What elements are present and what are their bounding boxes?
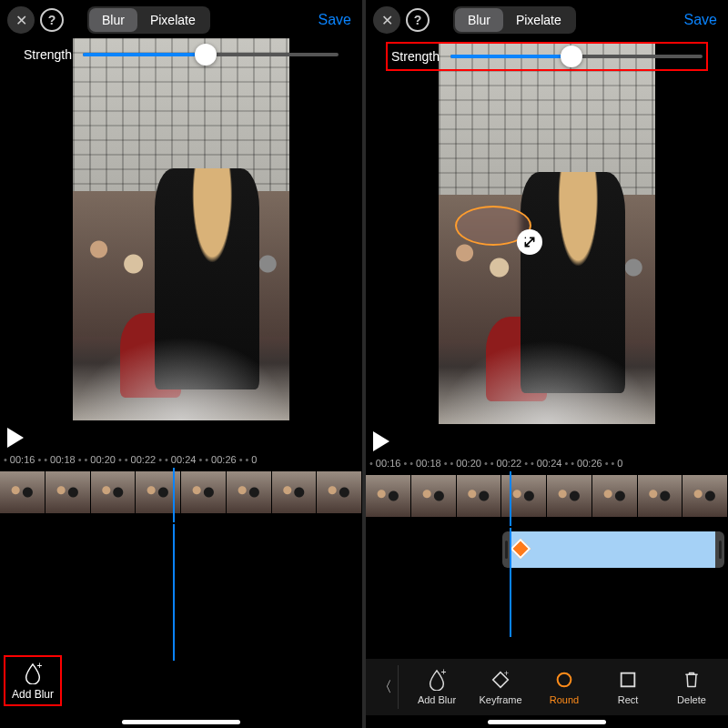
thumb[interactable] [638, 475, 683, 517]
trash-icon [682, 670, 701, 690]
thumb[interactable] [366, 475, 411, 517]
playhead-lower [173, 524, 175, 661]
thumb[interactable] [317, 471, 362, 513]
help-icon[interactable]: ? [40, 8, 64, 32]
thumb[interactable] [91, 471, 136, 513]
blur-toolbar: 〈 + Add Blur + Keyframe [366, 659, 728, 715]
thumb[interactable] [0, 471, 46, 513]
resize-handle-icon[interactable] [517, 229, 542, 255]
thumb[interactable] [181, 471, 227, 513]
topbar: ✕ ? Blur Pixelate Save [366, 0, 728, 40]
tool-label: Keyframe [479, 694, 521, 705]
tool-label: Add Blur [418, 694, 456, 705]
play-icon[interactable] [373, 431, 389, 451]
svg-text:+: + [37, 662, 43, 671]
screen-right: ✕ ? Blur Pixelate Save Strength [366, 0, 728, 728]
round-icon [554, 670, 574, 690]
timeline-thumbnails[interactable] [0, 471, 362, 513]
svg-text:+: + [504, 670, 509, 678]
effect-type-segment: Blur Pixelate [453, 6, 576, 34]
rect-icon [618, 670, 638, 690]
play-icon[interactable] [7, 428, 24, 448]
slider-thumb[interactable] [195, 44, 217, 66]
strength-slider[interactable] [450, 55, 703, 58]
tool-round[interactable]: Round [533, 669, 595, 705]
time-ticks: •00:16 ••00:18 ••00:20 ••00:22 ••00:24 •… [366, 453, 728, 473]
tab-pixelate[interactable]: Pixelate [503, 8, 574, 32]
tool-label: Delete [677, 694, 706, 705]
time-ticks: •00:16 ••00:18 ••00:20 ••00:22 ••00:24 •… [0, 450, 362, 470]
tab-blur[interactable]: Blur [455, 8, 503, 32]
blur-clip-track[interactable] [502, 531, 724, 568]
playhead[interactable] [173, 468, 175, 522]
thumb[interactable] [682, 475, 728, 517]
video-preview[interactable] [0, 67, 362, 450]
add-blur-button[interactable]: + Add Blur [4, 655, 62, 706]
svg-text:+: + [441, 669, 447, 677]
bottom-area: 〈 + Add Blur + Keyframe [366, 528, 728, 728]
tool-delete[interactable]: Delete [661, 669, 723, 705]
tab-pixelate[interactable]: Pixelate [137, 8, 208, 32]
tab-blur[interactable]: Blur [89, 8, 137, 32]
timeline[interactable]: •00:16 ••00:18 ••00:20 ••00:22 ••00:24 •… [0, 450, 362, 524]
timeline-thumbnails[interactable] [366, 475, 728, 517]
thumb[interactable] [457, 475, 502, 517]
screen-left: ✕ ? Blur Pixelate Save Strength [0, 0, 362, 728]
add-blur-label: Add Blur [12, 688, 54, 701]
blur-clip[interactable] [502, 531, 724, 568]
thumb[interactable] [501, 475, 547, 517]
keyframe-diamond-icon[interactable] [511, 539, 531, 560]
preview-scene [73, 38, 289, 420]
blur-drop-icon: + [23, 662, 43, 684]
strength-label: Strength [391, 49, 440, 64]
thumb[interactable] [227, 471, 272, 513]
effect-type-segment: Blur Pixelate [87, 6, 210, 34]
thumb[interactable] [46, 471, 91, 513]
blur-drop-icon: + [427, 669, 447, 691]
topbar: ✕ ? Blur Pixelate Save [0, 0, 362, 40]
thumb[interactable] [272, 471, 318, 513]
playhead-lower [510, 528, 511, 637]
help-icon[interactable]: ? [406, 8, 430, 32]
strength-label: Strength [24, 47, 72, 62]
back-chevron-icon[interactable]: 〈 [371, 665, 399, 709]
save-button[interactable]: Save [684, 12, 721, 28]
thumb[interactable] [547, 475, 592, 517]
tool-keyframe[interactable]: + Keyframe [470, 669, 531, 705]
thumb[interactable] [592, 475, 638, 517]
keyframe-icon: + [490, 670, 511, 690]
bottom-area: + Add Blur [0, 524, 362, 728]
svg-point-3 [558, 673, 571, 687]
video-preview[interactable] [366, 71, 728, 453]
thumb[interactable] [411, 475, 457, 517]
slider-thumb[interactable] [561, 46, 582, 67]
close-icon[interactable]: ✕ [7, 6, 35, 34]
tool-rect[interactable]: Rect [597, 669, 659, 705]
strength-row: Strength [366, 42, 728, 71]
strength-row: Strength [0, 42, 362, 67]
home-indicator [122, 720, 240, 724]
blur-region-round[interactable] [455, 206, 531, 246]
svg-rect-4 [622, 673, 635, 687]
tool-label: Rect [618, 694, 639, 705]
strength-slider[interactable] [83, 53, 339, 56]
save-button[interactable]: Save [318, 12, 355, 28]
close-icon[interactable]: ✕ [373, 6, 400, 34]
slider-fill [83, 53, 206, 56]
timeline[interactable]: •00:16 ••00:18 ••00:20 ••00:22 ••00:24 •… [366, 453, 728, 528]
slider-fill [450, 55, 571, 58]
tool-label: Round [550, 694, 579, 705]
tool-add-blur[interactable]: + Add Blur [406, 669, 468, 705]
playhead[interactable] [510, 471, 511, 526]
home-indicator [488, 720, 606, 724]
